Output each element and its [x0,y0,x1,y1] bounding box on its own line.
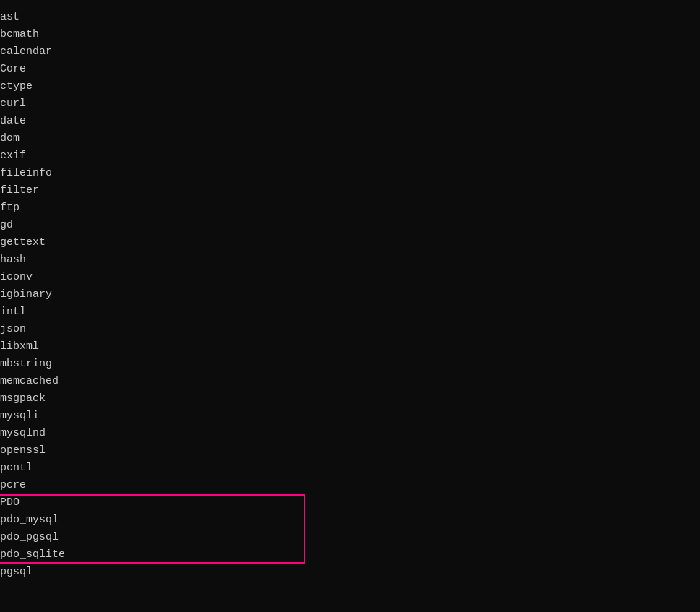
terminal-window: astbcmathcalendarCorectypecurldatedomexi… [0,6,700,612]
module-item: hash [0,251,700,269]
module-item: mysqli [0,408,700,425]
pdo-highlight-container: PDOpdo_mysqlpdo_pgsqlpdo_sqlite [0,494,700,564]
module-item: pgsql [0,564,700,581]
module-item: fileinfo [0,165,700,182]
module-item: ast [0,9,700,26]
pdo-module-item: PDO [0,494,700,512]
module-item: bcmath [0,26,700,43]
module-item: filter [0,182,700,199]
module-item: pcre [0,477,700,494]
pdo-module-item: pdo_mysql [0,512,700,529]
module-item: msgpack [0,390,700,408]
module-item: mbstring [0,355,700,373]
after-module-list: pgsql [0,564,700,581]
pdo-module-item: pdo_sqlite [0,546,700,564]
module-item: ftp [0,199,700,217]
module-item: memcached [0,373,700,390]
module-item: calendar [0,43,700,61]
module-item: libxml [0,338,700,355]
highlighted-module-list: PDOpdo_mysqlpdo_pgsqlpdo_sqlite [0,494,700,564]
module-item: pcntl [0,460,700,477]
module-item: iconv [0,269,700,286]
module-item: date [0,113,700,130]
module-item: openssl [0,442,700,460]
module-item: gettext [0,234,700,251]
module-item: json [0,321,700,338]
module-item: dom [0,130,700,147]
module-item: exif [0,147,700,165]
module-item: Core [0,61,700,78]
module-list: astbcmathcalendarCorectypecurldatedomexi… [0,9,700,494]
pdo-module-item: pdo_pgsql [0,529,700,546]
module-item: mysqlnd [0,425,700,442]
module-item: curl [0,95,700,113]
module-item: igbinary [0,286,700,303]
module-item: gd [0,217,700,234]
module-item: ctype [0,78,700,95]
module-item: intl [0,303,700,321]
